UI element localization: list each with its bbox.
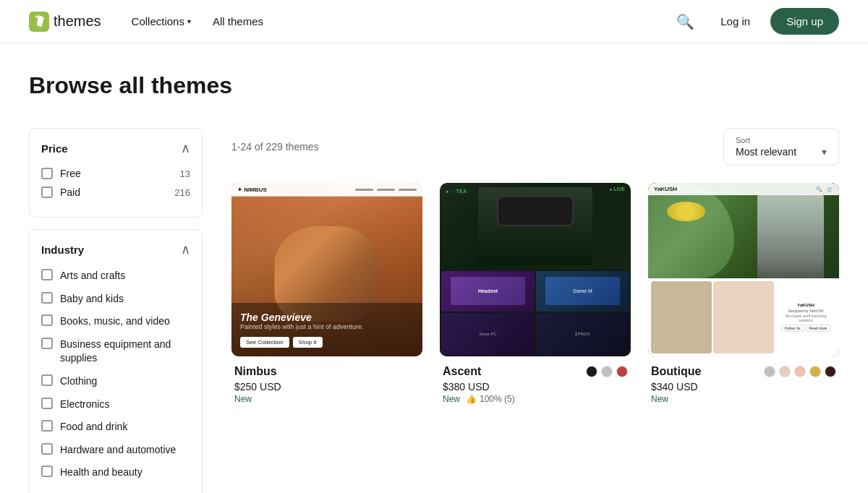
chevron-down-icon: ▾ — [187, 17, 191, 25]
header: themes Collections ▾ All themes 🔍 Log in… — [0, 0, 868, 43]
logo-link[interactable]: themes — [29, 12, 101, 32]
search-button[interactable]: 🔍 — [671, 7, 700, 36]
filter-label-free: Free — [60, 168, 81, 179]
ascent-badge: New — [443, 394, 460, 404]
ascent-name: Ascent — [443, 365, 481, 378]
filter-item-free: Free 13 — [41, 168, 190, 179]
boutique-badge: New — [651, 394, 668, 404]
main-content: Browse all themes Price ∧ Free 13 — [0, 43, 868, 493]
ascent-swatches — [586, 366, 628, 377]
ascent-info: Ascent $380 USD New 👍 — [440, 356, 631, 407]
boutique-info: Boutique $340 USD New — [648, 356, 839, 407]
filter-checkbox-paid[interactable] — [41, 187, 53, 198]
nav-all-themes-label: All themes — [213, 15, 263, 27]
filter-checkbox-baby[interactable] — [41, 292, 53, 304]
shopify-logo-icon — [29, 12, 49, 32]
filter-label-food: Food and drink — [60, 420, 127, 434]
price-filter-header[interactable]: Price ∧ — [41, 140, 190, 156]
filter-label-health: Health and beauty — [60, 466, 142, 480]
filter-checkbox-hardware[interactable] — [41, 443, 53, 455]
nimbus-badge: New — [234, 394, 252, 404]
filter-item-clothing: Clothing — [41, 374, 190, 389]
themes-bar: 1-24 of 229 themes Sort Most relevant ▾ — [231, 128, 839, 166]
ascent-price: $380 USD — [443, 381, 628, 393]
nav-collections-label: Collections — [132, 15, 184, 27]
sort-value: Most relevant — [736, 146, 796, 158]
filter-checkbox-books[interactable] — [41, 314, 53, 326]
boutique-price: $340 USD — [651, 381, 836, 393]
themes-grid: ✦ NIMBUS — [231, 183, 839, 407]
filter-item-baby: Baby and kids — [41, 292, 190, 306]
themes-main: 1-24 of 229 themes Sort Most relevant ▾ — [231, 128, 839, 493]
industry-filter-title: Industry — [41, 244, 84, 256]
price-filter-section: Price ∧ Free 13 Paid 216 — [29, 128, 203, 218]
price-filter-collapse-icon: ∧ — [181, 140, 190, 156]
nav-all-themes[interactable]: All themes — [204, 9, 272, 33]
ascent-rating: 👍 100% (5) — [466, 394, 515, 404]
swatch-gold — [809, 366, 821, 377]
swatch-blush — [794, 366, 806, 377]
page-title: Browse all themes — [29, 72, 839, 99]
theme-card-ascent[interactable]: ● ○ TEA ● LIVE Headset — [440, 183, 631, 407]
filter-item-paid: Paid 216 — [41, 187, 190, 198]
sort-label: Sort — [736, 136, 827, 145]
nimbus-price: $250 USD — [234, 381, 420, 393]
swatch-light-gray — [764, 366, 775, 377]
filter-checkbox-health[interactable] — [41, 466, 53, 477]
nimbus-info: Nimbus $250 USD New — [231, 356, 422, 407]
sort-chevron-down-icon: ▾ — [822, 146, 827, 158]
filter-label-baby: Baby and kids — [60, 292, 124, 306]
filter-checkbox-free[interactable] — [41, 168, 53, 179]
filter-label-paid: Paid — [60, 187, 80, 198]
filter-label-books: Books, music, and video — [60, 314, 170, 329]
filter-checkbox-business[interactable] — [41, 338, 53, 349]
price-filter-title: Price — [41, 142, 68, 155]
themes-count: 1-24 of 229 themes — [231, 141, 319, 153]
filter-item-arts: Arts and crafts — [41, 269, 190, 283]
header-actions: 🔍 Log in Sign up — [671, 7, 839, 36]
search-icon: 🔍 — [676, 14, 694, 30]
content-area: Price ∧ Free 13 Paid 216 — [29, 128, 839, 493]
filter-label-business: Business equipment and supplies — [60, 338, 190, 366]
theme-card-nimbus[interactable]: ✦ NIMBUS — [231, 183, 422, 407]
filter-item-electronics: Electronics — [41, 398, 190, 412]
industry-filter-header[interactable]: Industry ∧ — [41, 241, 190, 257]
boutique-name: Boutique — [651, 365, 701, 378]
filter-item-food: Food and drink — [41, 420, 190, 434]
logo-text: themes — [54, 13, 101, 30]
industry-filter-collapse-icon: ∧ — [181, 241, 190, 257]
thumbs-up-icon: 👍 — [466, 394, 477, 404]
filter-label-clothing: Clothing — [60, 374, 97, 389]
filter-item-books: Books, music, and video — [41, 314, 190, 329]
boutique-swatches — [764, 366, 836, 377]
filter-item-hardware: Hardware and automotive — [41, 443, 190, 458]
ascent-mockup: ● ○ TEA ● LIVE Headset — [440, 183, 631, 356]
swatch-silver — [601, 366, 613, 377]
filter-count-free: 13 — [180, 168, 190, 179]
filter-item-health: Health and beauty — [41, 466, 190, 480]
filter-checkbox-clothing[interactable] — [41, 374, 53, 386]
swatch-beige — [779, 366, 791, 377]
filter-label-electronics: Electronics — [60, 398, 109, 412]
main-nav: Collections ▾ All themes — [123, 9, 671, 33]
sidebar: Price ∧ Free 13 Paid 216 — [29, 128, 203, 493]
filter-checkbox-food[interactable] — [41, 420, 53, 432]
nav-collections[interactable]: Collections ▾ — [123, 9, 200, 33]
filter-label-arts: Arts and crafts — [60, 269, 125, 283]
filter-checkbox-electronics[interactable] — [41, 398, 53, 409]
filter-label-hardware: Hardware and automotive — [60, 443, 176, 458]
industry-filter-section: Industry ∧ Arts and crafts Baby and kids… — [29, 229, 203, 493]
filter-item-business: Business equipment and supplies — [41, 338, 190, 366]
swatch-red — [616, 366, 628, 377]
nimbus-name: Nimbus — [234, 365, 277, 378]
sort-dropdown[interactable]: Sort Most relevant ▾ — [723, 128, 839, 166]
swatch-black — [586, 366, 597, 377]
nimbus-mockup: ✦ NIMBUS — [231, 183, 422, 356]
filter-count-paid: 216 — [174, 187, 190, 198]
signup-button[interactable]: Sign up — [770, 8, 839, 35]
login-button[interactable]: Log in — [712, 9, 759, 33]
boutique-mockup: YaKUSH Designed by YaKUSH We create work… — [648, 183, 839, 356]
filter-checkbox-arts[interactable] — [41, 269, 53, 280]
swatch-dark-brown — [825, 366, 836, 377]
theme-card-boutique[interactable]: YaKUSH Designed by YaKUSH We create work… — [648, 183, 839, 407]
